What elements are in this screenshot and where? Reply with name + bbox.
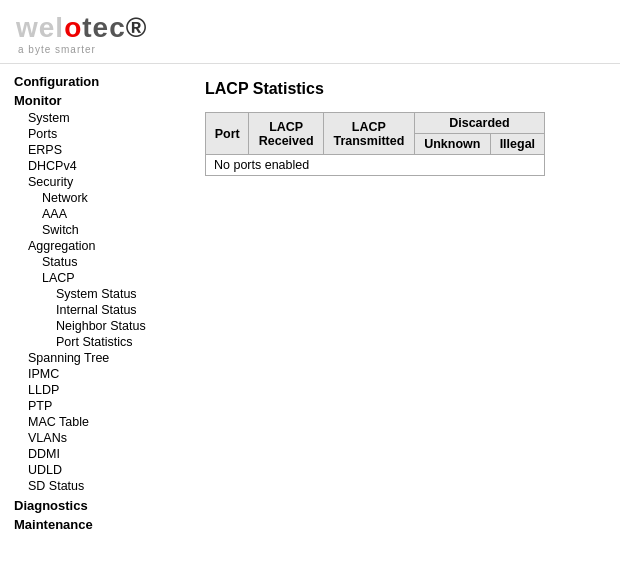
page-title: LACP Statistics: [205, 80, 600, 98]
table-row-no-data: No ports enabled: [206, 155, 545, 176]
sidebar-item-ipmc[interactable]: IPMC: [14, 366, 185, 382]
sidebar-item-system-status[interactable]: System Status: [14, 286, 185, 302]
sidebar-configuration[interactable]: Configuration: [14, 74, 185, 89]
col-header-port: Port: [206, 113, 249, 155]
sidebar-item-mac-table[interactable]: MAC Table: [14, 414, 185, 430]
sidebar-item-ports[interactable]: Ports: [14, 126, 185, 142]
no-ports-label: No ports enabled: [206, 155, 545, 176]
layout: Configuration Monitor System Ports ERPS …: [0, 64, 620, 562]
sidebar-item-lacp[interactable]: LACP: [14, 270, 185, 286]
sidebar-item-aaa[interactable]: AAA: [14, 206, 185, 222]
header: welotec® a byte smarter: [0, 0, 620, 64]
col-header-unknown: Unknown: [414, 134, 490, 155]
sidebar-item-sd-status[interactable]: SD Status: [14, 478, 185, 494]
sidebar-item-ddmi[interactable]: DDMI: [14, 446, 185, 462]
sidebar-item-dhcpv4[interactable]: DHCPv4: [14, 158, 185, 174]
sidebar-item-ptp[interactable]: PTP: [14, 398, 185, 414]
lacp-statistics-table: Port LACPReceived LACPTransmitted Discar…: [205, 112, 545, 176]
col-header-lacp-received: LACPReceived: [249, 113, 323, 155]
main-content: LACP Statistics Port LACPReceived LACPTr…: [185, 64, 620, 562]
sidebar-item-aggregation[interactable]: Aggregation: [14, 238, 185, 254]
logo-container: welotec® a byte smarter: [16, 12, 604, 55]
sidebar-item-lldp[interactable]: LLDP: [14, 382, 185, 398]
sidebar-item-neighbor-status[interactable]: Neighbor Status: [14, 318, 185, 334]
sidebar-item-network[interactable]: Network: [14, 190, 185, 206]
sidebar-item-port-statistics[interactable]: Port Statistics: [14, 334, 185, 350]
sidebar-item-udld[interactable]: UDLD: [14, 462, 185, 478]
sidebar: Configuration Monitor System Ports ERPS …: [0, 64, 185, 562]
sidebar-item-security[interactable]: Security: [14, 174, 185, 190]
sidebar-item-internal-status[interactable]: Internal Status: [14, 302, 185, 318]
sidebar-maintenance[interactable]: Maintenance: [14, 517, 185, 532]
sidebar-item-erps[interactable]: ERPS: [14, 142, 185, 158]
sidebar-item-vlans[interactable]: VLANs: [14, 430, 185, 446]
sidebar-item-status[interactable]: Status: [14, 254, 185, 270]
tagline: a byte smarter: [18, 44, 604, 55]
col-header-discarded: Discarded: [414, 113, 544, 134]
logo: welotec®: [16, 12, 604, 44]
sidebar-monitor[interactable]: Monitor: [14, 93, 185, 108]
sidebar-item-switch[interactable]: Switch: [14, 222, 185, 238]
sidebar-diagnostics[interactable]: Diagnostics: [14, 498, 185, 513]
sidebar-item-system[interactable]: System: [14, 110, 185, 126]
col-header-lacp-transmitted: LACPTransmitted: [323, 113, 414, 155]
sidebar-item-spanning-tree[interactable]: Spanning Tree: [14, 350, 185, 366]
col-header-illegal: Illegal: [490, 134, 544, 155]
